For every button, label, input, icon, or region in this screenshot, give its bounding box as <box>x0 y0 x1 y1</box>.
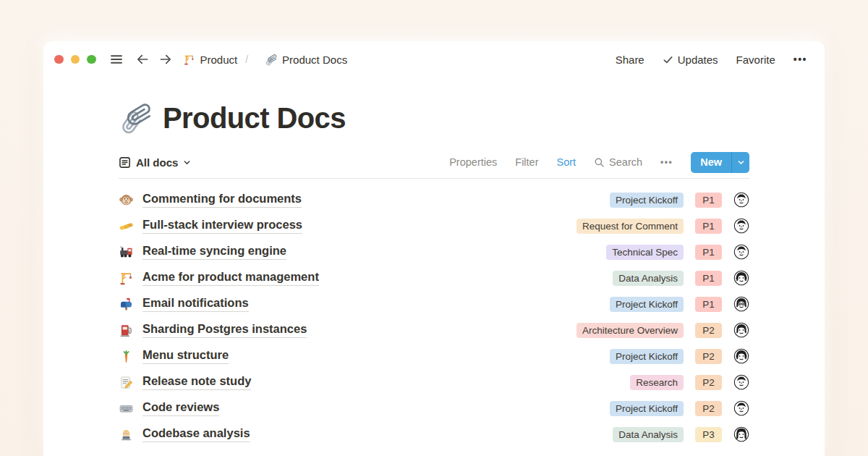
doc-row[interactable]: Real-time syncing engine Technical Spec … <box>119 239 749 265</box>
priority-tag[interactable]: P1 <box>695 297 722 312</box>
priority-tag[interactable]: P2 <box>695 349 722 364</box>
paperclips-icon[interactable] <box>119 101 152 135</box>
doc-row[interactable]: Full-stack interview process Request for… <box>119 213 749 239</box>
assignee-avatar[interactable] <box>733 244 749 260</box>
priority-tag[interactable]: P1 <box>695 245 722 260</box>
favorite-button[interactable]: Favorite <box>736 54 775 66</box>
doc-title-link[interactable]: Codebase analysis <box>142 426 250 442</box>
priority-tag[interactable]: P3 <box>695 427 722 442</box>
share-button[interactable]: Share <box>616 54 644 66</box>
updates-label: Updates <box>678 54 718 66</box>
fuelpump-icon <box>119 323 134 338</box>
assignee-avatar[interactable] <box>733 374 749 390</box>
updates-button[interactable]: Updates <box>663 54 718 66</box>
search-icon <box>594 157 605 168</box>
doc-title-link[interactable]: Real-time syncing engine <box>142 244 286 260</box>
zoom-window-button[interactable] <box>87 55 96 64</box>
doc-title-link[interactable]: Acme for product management <box>142 270 319 286</box>
priority-tag[interactable]: P1 <box>695 271 722 286</box>
assignee-avatar[interactable] <box>733 192 749 208</box>
new-button-group: New <box>691 152 749 173</box>
doc-type-tag[interactable]: Project Kickoff <box>610 297 684 312</box>
assignee-avatar[interactable] <box>733 322 749 338</box>
doc-row[interactable]: Acme for product management Data Analysi… <box>119 265 749 291</box>
search-label: Search <box>609 156 642 168</box>
handshake-icon <box>119 219 134 234</box>
page-header: Product Docs <box>119 101 749 135</box>
doc-type-tag[interactable]: Request for Comment <box>576 219 684 234</box>
chevron-down-icon <box>183 159 191 166</box>
breadcrumb-product-docs[interactable]: Product Docs <box>265 54 347 66</box>
sort-button[interactable]: Sort <box>557 156 576 168</box>
desktop-background: Product / Product Docs Share Updates Fav… <box>0 0 868 456</box>
assignee-avatar[interactable] <box>733 270 749 286</box>
doc-type-tag[interactable]: Data Analysis <box>613 427 684 442</box>
doc-list: Commenting for documents Project Kickoff… <box>119 187 749 447</box>
doc-type-tag[interactable]: Project Kickoff <box>610 349 684 364</box>
doc-row[interactable]: Codebase analysis Data Analysis P3 <box>119 421 749 447</box>
doc-title-link[interactable]: Full-stack interview process <box>142 218 302 234</box>
nav-back-icon[interactable] <box>135 52 150 67</box>
toolbar-menu: Properties Filter Sort Search ••• New <box>449 152 749 173</box>
breadcrumb-product[interactable]: Product <box>183 54 238 66</box>
page-title[interactable]: Product Docs <box>163 102 346 135</box>
doc-title-link[interactable]: Code reviews <box>142 400 219 416</box>
filter-button[interactable]: Filter <box>515 156 538 168</box>
doc-title-link[interactable]: Commenting for documents <box>142 192 302 208</box>
doc-type-tag[interactable]: Architecture Overview <box>576 323 684 338</box>
breadcrumb-label: Product <box>200 54 238 66</box>
assignee-avatar[interactable] <box>733 296 749 312</box>
search-button[interactable]: Search <box>594 156 642 168</box>
paperclips-icon <box>265 54 277 66</box>
crane-icon <box>183 54 195 66</box>
breadcrumb-label: Product Docs <box>282 54 347 66</box>
doc-type-tag[interactable]: Technical Spec <box>606 245 684 260</box>
keyboard-icon <box>119 401 134 416</box>
carrot-icon <box>119 349 134 364</box>
assignee-avatar[interactable] <box>733 426 749 442</box>
doc-title-link[interactable]: Release note study <box>142 374 251 390</box>
page-content: Product Docs All docs Properties Filter … <box>43 101 825 447</box>
new-button[interactable]: New <box>691 152 731 173</box>
doc-row[interactable]: Commenting for documents Project Kickoff… <box>119 187 749 213</box>
mailbox-icon <box>119 297 134 312</box>
priority-tag[interactable]: P2 <box>695 375 722 390</box>
sidebar-menu-icon[interactable] <box>109 52 124 67</box>
locomotive-icon <box>119 245 134 260</box>
window-controls <box>54 55 96 64</box>
breadcrumb-separator: / <box>245 54 248 65</box>
doc-type-tag[interactable]: Research <box>630 375 684 390</box>
doc-title-link[interactable]: Email notifications <box>142 296 249 312</box>
new-dropdown-button[interactable] <box>731 152 749 173</box>
assignee-avatar[interactable] <box>733 400 749 416</box>
doc-type-tag[interactable]: Project Kickoff <box>610 401 684 416</box>
technologist-icon <box>119 427 134 442</box>
doc-row[interactable]: Release note study Research P2 <box>119 369 749 395</box>
monkey-icon <box>119 193 134 208</box>
minimize-window-button[interactable] <box>71 55 80 64</box>
priority-tag[interactable]: P1 <box>695 193 722 208</box>
assignee-avatar[interactable] <box>733 348 749 364</box>
doc-type-tag[interactable]: Project Kickoff <box>610 193 684 208</box>
view-switcher-all-docs[interactable]: All docs <box>119 156 191 169</box>
doc-title-link[interactable]: Sharding Postgres instances <box>142 322 307 338</box>
topbar-actions: Share Updates Favorite ••• <box>616 54 807 66</box>
doc-type-tag[interactable]: Data Analysis <box>613 271 684 286</box>
priority-tag[interactable]: P2 <box>695 401 722 416</box>
toolbar-divider <box>119 178 749 179</box>
doc-title-link[interactable]: Menu structure <box>142 348 229 364</box>
doc-row[interactable]: Email notifications Project Kickoff P1 <box>119 291 749 317</box>
check-icon <box>663 54 673 65</box>
nav-forward-icon[interactable] <box>158 52 173 67</box>
doc-row[interactable]: Code reviews Project Kickoff P2 <box>119 395 749 421</box>
more-options-button[interactable]: ••• <box>793 54 807 65</box>
doc-row[interactable]: Sharding Postgres instances Architecture… <box>119 317 749 343</box>
view-label: All docs <box>136 156 178 169</box>
priority-tag[interactable]: P2 <box>695 323 722 338</box>
priority-tag[interactable]: P1 <box>695 219 722 234</box>
close-window-button[interactable] <box>54 55 64 64</box>
properties-button[interactable]: Properties <box>449 156 497 168</box>
toolbar-more-button[interactable]: ••• <box>660 157 673 167</box>
doc-row[interactable]: Menu structure Project Kickoff P2 <box>119 343 749 369</box>
assignee-avatar[interactable] <box>733 218 749 234</box>
